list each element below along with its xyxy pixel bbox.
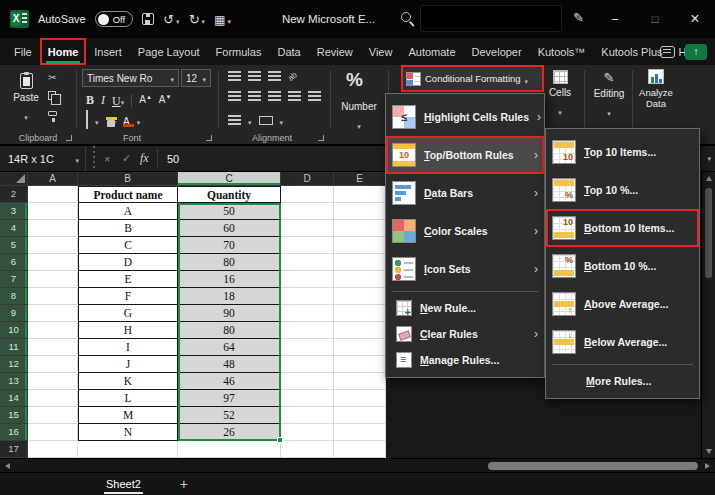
cell[interactable] (28, 441, 78, 458)
comments-icon[interactable] (660, 46, 675, 58)
autosave-toggle[interactable]: Off (95, 11, 134, 27)
align-middle-icon[interactable] (248, 71, 261, 81)
cell[interactable] (334, 390, 386, 407)
cell-product[interactable]: I (78, 339, 178, 356)
menu-item-top-bottom-rules[interactable]: Top/Bottom Rules (386, 136, 544, 174)
menu-item-above-average[interactable]: Above Average... (546, 285, 699, 323)
wrap-text-icon[interactable] (228, 115, 241, 125)
horizontal-scrollbar[interactable] (0, 458, 715, 472)
paste-button[interactable]: Paste (8, 70, 44, 127)
scroll-down-icon[interactable] (706, 449, 712, 454)
tab-developer[interactable]: Developer (464, 38, 530, 65)
cell-product[interactable]: M (78, 407, 178, 424)
redo-button[interactable] (189, 12, 205, 27)
cell[interactable] (28, 254, 78, 271)
undo-button[interactable] (163, 12, 179, 27)
tab-automate[interactable]: Automate (400, 38, 463, 65)
cell-quantity[interactable]: 80 (178, 254, 281, 271)
column-header-e[interactable]: E (334, 172, 386, 186)
row-header[interactable]: 3 (0, 203, 28, 220)
cell[interactable] (28, 305, 78, 322)
cell[interactable] (334, 441, 386, 458)
number-group-button[interactable]: Number (334, 101, 384, 133)
column-header-d[interactable]: D (281, 172, 334, 186)
menu-item-manage-rules[interactable]: Manage Rules... (386, 347, 544, 373)
scroll-left-icon[interactable] (5, 463, 10, 469)
cell-product[interactable]: N (78, 424, 178, 441)
cell-product[interactable]: G (78, 305, 178, 322)
cell[interactable] (28, 203, 78, 220)
cell[interactable] (281, 424, 334, 441)
cell[interactable] (334, 356, 386, 373)
maximize-button[interactable] (635, 0, 675, 38)
cell[interactable] (281, 203, 334, 220)
cell[interactable] (28, 220, 78, 237)
name-box[interactable]: 14R x 1C (0, 146, 86, 171)
borders-button[interactable] (86, 111, 88, 129)
cell-quantity[interactable]: 64 (178, 339, 281, 356)
align-center-icon[interactable] (248, 91, 261, 101)
tab-formulas[interactable]: Formulas (208, 38, 270, 65)
cell-quantity[interactable]: 80 (178, 322, 281, 339)
cell[interactable] (28, 356, 78, 373)
select-all-button[interactable] (0, 172, 28, 186)
cell-quantity[interactable]: 90 (178, 305, 281, 322)
copy-button[interactable] (48, 89, 62, 101)
row-header[interactable]: 14 (0, 390, 28, 407)
row-header[interactable]: 13 (0, 373, 28, 390)
cell[interactable] (281, 305, 334, 322)
cell-quantity[interactable]: 26 (178, 424, 281, 441)
cell[interactable] (281, 237, 334, 254)
cell[interactable] (334, 254, 386, 271)
cell[interactable] (334, 322, 386, 339)
cell[interactable] (281, 322, 334, 339)
add-sheet-button[interactable]: + (175, 475, 193, 493)
cell[interactable] (334, 424, 386, 441)
cell-quantity[interactable]: 16 (178, 271, 281, 288)
row-header[interactable]: 10 (0, 322, 28, 339)
decrease-indent-icon[interactable] (288, 91, 301, 101)
cell-product[interactable]: K (78, 373, 178, 390)
formula-input[interactable]: 50 (167, 146, 179, 171)
row-header[interactable]: 15 (0, 407, 28, 424)
increase-indent-icon[interactable] (308, 91, 321, 101)
cell[interactable] (28, 407, 78, 424)
cell-quantity[interactable]: 48 (178, 356, 281, 373)
cell[interactable] (281, 407, 334, 424)
menu-item-new-rule[interactable]: New Rule... (386, 295, 544, 321)
font-dialog-launcher[interactable] (206, 135, 212, 141)
expand-formula-bar-icon[interactable] (707, 146, 711, 171)
search-box[interactable] (420, 5, 562, 32)
align-right-icon[interactable] (268, 91, 281, 101)
cell-quantity[interactable]: 50 (178, 203, 281, 220)
row-header[interactable]: 8 (0, 288, 28, 305)
tab-home[interactable]: Home (40, 38, 87, 65)
menu-item-top-10-percent[interactable]: Top 10 %... (546, 171, 699, 209)
tab-kutools-plus[interactable]: Kutools Plus (593, 38, 670, 65)
merge-center-icon[interactable] (259, 116, 273, 125)
align-top-icon[interactable] (228, 71, 241, 81)
decrease-font-button[interactable]: A▼ (159, 94, 172, 105)
menu-item-below-average[interactable]: Below Average... (546, 323, 699, 361)
font-color-button[interactable]: A (123, 111, 130, 129)
scroll-right-icon[interactable] (705, 463, 710, 469)
cell[interactable] (281, 356, 334, 373)
cell[interactable] (334, 373, 386, 390)
menu-item-bottom-10-percent[interactable]: Bottom 10 %... (546, 247, 699, 285)
tab-insert[interactable]: Insert (86, 38, 130, 65)
cell-product[interactable]: H (78, 322, 178, 339)
italic-button[interactable]: I (101, 93, 105, 108)
cell[interactable] (334, 220, 386, 237)
cell[interactable] (28, 237, 78, 254)
cell[interactable] (334, 271, 386, 288)
cell[interactable] (178, 441, 281, 458)
menu-item-icon-sets[interactable]: Icon Sets (386, 250, 544, 288)
cell-product[interactable]: C (78, 237, 178, 254)
draw-icon[interactable] (573, 10, 584, 25)
format-painter-button[interactable] (48, 107, 62, 119)
cell[interactable] (28, 390, 78, 407)
cell-quantity[interactable]: 97 (178, 390, 281, 407)
tab-kutools[interactable]: Kutools™ (530, 38, 594, 65)
align-bottom-icon[interactable] (268, 71, 281, 81)
cell-product[interactable]: E (78, 271, 178, 288)
